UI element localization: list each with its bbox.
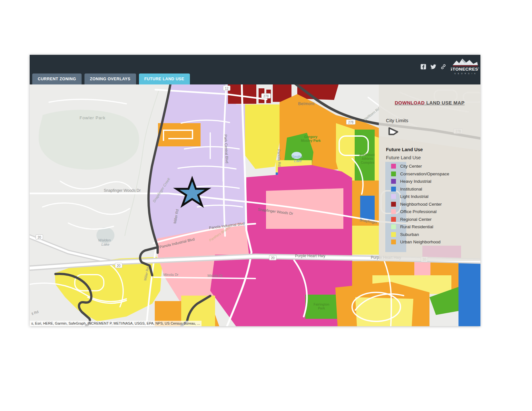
svg-text:Belmont: Belmont [298, 101, 314, 106]
header-right: THE CITY OF STONECREST G E O R G I A [420, 57, 479, 77]
legend-item-label: City Center [400, 164, 422, 169]
svg-text:Minola Dr: Minola Dr [207, 274, 222, 278]
legend-item-label: Neighborhood Center [400, 202, 442, 207]
legend-item-label: Heavy Industrial [400, 179, 431, 184]
legend-swatch [391, 179, 396, 184]
svg-text:Southeast: Southeast [359, 153, 375, 157]
legend-section-title: Future Land Use [386, 147, 480, 152]
svg-text:20: 20 [271, 256, 275, 260]
legend-item: Conservation/Openspace [391, 170, 480, 178]
legend-item-label: Institutional [400, 187, 422, 191]
svg-text:Lake: Lake [102, 242, 110, 246]
svg-text:THE CITY OF: THE CITY OF [458, 64, 472, 65]
svg-text:12: 12 [225, 87, 229, 90]
svg-text:G E O R G I A: G E O R G I A [454, 73, 476, 74]
svg-text:STONECREST: STONECREST [451, 67, 479, 72]
svg-text:Gregory: Gregory [304, 135, 318, 139]
svg-text:20: 20 [37, 236, 41, 239]
svg-text:Athletic: Athletic [362, 157, 374, 161]
svg-text:Mosley Park: Mosley Park [301, 139, 320, 142]
facebook-icon[interactable] [420, 64, 426, 70]
tab-future-land-use[interactable]: FUTURE LAND USE [139, 73, 190, 84]
stonecrest-logo[interactable]: THE CITY OF STONECREST G E O R G I A [451, 57, 479, 77]
legend-item-label: Office Professional [400, 209, 437, 214]
legend-swatch [391, 187, 396, 191]
social-icons [420, 64, 446, 70]
svg-text:Fowler Park: Fowler Park [80, 115, 105, 120]
legend-item: Office Professional [391, 208, 480, 216]
svg-text:20: 20 [117, 264, 121, 268]
legend-item: Urban Neighborhood [391, 238, 480, 246]
legend-item: Neighborhood Center [391, 201, 480, 208]
legend-item-label: Urban Neighborhood [400, 240, 440, 244]
svg-text:Fairington: Fairington [314, 303, 330, 306]
legend-items: City CenterConservation/OpenspaceHeavy I… [391, 162, 480, 246]
legend-swatch [391, 164, 396, 169]
svg-text:Snapfinger Woods Dr: Snapfinger Woods Dr [104, 188, 141, 193]
legend-swatch [391, 194, 396, 199]
tab-bar: CURRENT ZONINGZONING OVERLAYSFUTURE LAND… [32, 73, 190, 84]
legend-item: Light Industrial [391, 193, 480, 201]
legend-swatch [391, 217, 396, 222]
svg-text:278: 278 [263, 94, 269, 98]
legend-panel: DOWNLOAD LAND USE MAP City Limits Future… [379, 84, 480, 261]
legend-swatch [391, 202, 396, 207]
twitter-icon[interactable] [430, 64, 436, 70]
svg-text:Walden: Walden [98, 238, 111, 242]
link-icon[interactable] [440, 64, 446, 70]
legend-swatch [391, 209, 396, 214]
svg-text:Purple Heart Hwy: Purple Heart Hwy [295, 254, 325, 258]
tab-current-zoning[interactable]: CURRENT ZONING [32, 73, 82, 84]
legend-swatch [391, 171, 396, 176]
download-land-use-map-link[interactable]: DOWNLOAD LAND USE MAP [379, 100, 480, 105]
legend-item: Institutional [391, 185, 480, 193]
svg-text:Park: Park [318, 307, 325, 310]
tab-zoning-overlays[interactable]: ZONING OVERLAYS [84, 73, 136, 84]
svg-text:Minola Dr: Minola Dr [163, 273, 178, 277]
legend-item: Regional Center [391, 216, 480, 223]
legend-item: Suburban [391, 231, 480, 239]
svg-text:278: 278 [348, 121, 354, 124]
legend-item: Heavy Industrial [391, 178, 480, 185]
svg-text:Lake: Lake [294, 159, 302, 163]
legend-item: City Center [391, 162, 480, 170]
legend-item-label: Conservation/Openspace [400, 171, 449, 176]
map-canvas[interactable]: 1227827827820202020 Fowler ParkSnapfinge… [30, 84, 480, 326]
legend-layer-title: Future Land Use [386, 155, 480, 160]
city-limits-symbol [388, 126, 399, 136]
legend-item-label: Light Industrial [400, 194, 429, 199]
legend-item: Rural Residential [391, 223, 480, 231]
legend-swatch [391, 240, 396, 244]
legend-swatch [391, 224, 396, 229]
legend-swatch [391, 232, 396, 237]
legend-item-label: Regional Center [400, 217, 432, 222]
svg-text:Smiths: Smiths [292, 155, 303, 159]
legend-item-label: Rural Residential [400, 224, 433, 229]
app-header: CURRENT ZONINGZONING OVERLAYSFUTURE LAND… [30, 55, 480, 84]
svg-text:Complex: Complex [361, 161, 375, 164]
city-limits-label: City Limits [386, 118, 480, 123]
svg-text:Panola Rd: Panola Rd [277, 149, 281, 167]
legend-item-label: Suburban [400, 232, 419, 237]
map-application: CURRENT ZONINGZONING OVERLAYSFUTURE LAND… [30, 55, 480, 326]
map-attribution: s, Esri, HERE, Garmin, SafeGraph, INCREM… [30, 321, 202, 326]
